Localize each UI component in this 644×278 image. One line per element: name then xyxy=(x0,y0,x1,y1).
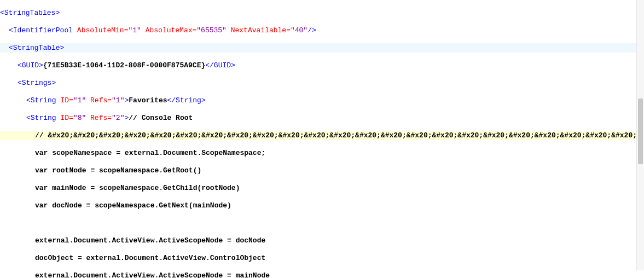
xml-val: "1" xyxy=(112,96,124,105)
code-line: <IdentifierPool AbsoluteMin="1" Absolute… xyxy=(0,26,644,35)
xml-val: "65535" xyxy=(196,26,227,34)
xml-tag: /> xyxy=(308,26,316,34)
xml-tag: <StringTable> xyxy=(9,44,64,52)
code-line: var docNode = scopeNamespace.GetNext(mai… xyxy=(0,201,644,210)
code-line: var scopeNamespace = external.Document.S… xyxy=(0,148,644,158)
xml-attr: ID= xyxy=(60,96,73,105)
xml-attr: AbsoluteMin= xyxy=(77,26,129,34)
code-line: <Strings> xyxy=(0,78,644,88)
xml-text: {71E5B33E-1064-11D2-808F-0000F875A9CE} xyxy=(43,61,205,70)
xml-val: "40" xyxy=(291,26,308,34)
xml-tag: <String xyxy=(26,114,60,122)
xml-attr: Refs= xyxy=(90,96,112,105)
xml-attr: Refs= xyxy=(90,114,112,122)
xml-attr: AbsoluteMax= xyxy=(146,26,197,34)
xml-text: var rootNode = scopeNamespace.GetRoot() xyxy=(35,166,201,175)
xml-tag: </String> xyxy=(167,96,206,105)
xml-text: Favorites xyxy=(129,96,167,105)
xml-val: "1" xyxy=(128,26,141,34)
xml-val: "1" xyxy=(73,96,86,105)
xml-text: // &#x20;&#x20;&#x20;&#x20;&#x20;&#x20;&… xyxy=(35,131,644,140)
xml-tag: <String xyxy=(26,96,60,105)
xml-text: external.Document.ActiveView.ActiveScope… xyxy=(35,236,265,245)
vertical-scrollbar[interactable] xyxy=(636,0,644,270)
code-line xyxy=(0,218,644,228)
xml-val: "2" xyxy=(112,114,124,122)
code-line: docObject = external.Document.ActiveView… xyxy=(0,253,644,263)
code-line-highlighted: <StringTable> xyxy=(0,43,644,53)
xml-text: var mainNode = scopeNamespace.GetChild(r… xyxy=(35,184,240,192)
code-line: external.Document.ActiveView.ActiveScope… xyxy=(0,236,644,245)
xml-val: "8" xyxy=(73,114,86,122)
xml-tag: <Strings> xyxy=(18,79,56,87)
xml-attr: NextAvailable= xyxy=(231,26,291,34)
xml-text: var docNode = scopeNamespace.GetNext(mai… xyxy=(35,201,231,210)
xml-code-view: <StringTables> <IdentifierPool AbsoluteM… xyxy=(0,0,644,278)
xml-tag: <GUID> xyxy=(18,61,43,70)
xml-attr: ID= xyxy=(60,114,73,122)
xml-tag: <IdentifierPool xyxy=(9,26,77,34)
xml-tag: </GUID> xyxy=(205,61,235,70)
xml-text: var scopeNamespace = external.Document.S… xyxy=(35,149,265,157)
xml-tag: <StringTables> xyxy=(0,9,60,17)
code-line: <StringTables> xyxy=(0,8,644,18)
xml-text: docObject = external.Document.ActiveView… xyxy=(35,254,265,262)
code-line: external.Document.ActiveView.ActiveScope… xyxy=(0,271,644,278)
xml-text: // Console Root xyxy=(129,114,193,122)
code-line: <String ID="8" Refs="2">// Console Root xyxy=(0,113,644,123)
code-line: var rootNode = scopeNamespace.GetRoot() xyxy=(0,166,644,175)
code-line-highlighted-yellow: // &#x20;&#x20;&#x20;&#x20;&#x20;&#x20;&… xyxy=(0,131,644,140)
xml-text: external.Document.ActiveView.ActiveScope… xyxy=(35,271,270,278)
code-line: var mainNode = scopeNamespace.GetChild(r… xyxy=(0,183,644,193)
code-line: <GUID>{71E5B33E-1064-11D2-808F-0000F875A… xyxy=(0,61,644,70)
code-line: <String ID="1" Refs="1">Favorites</Strin… xyxy=(0,96,644,105)
